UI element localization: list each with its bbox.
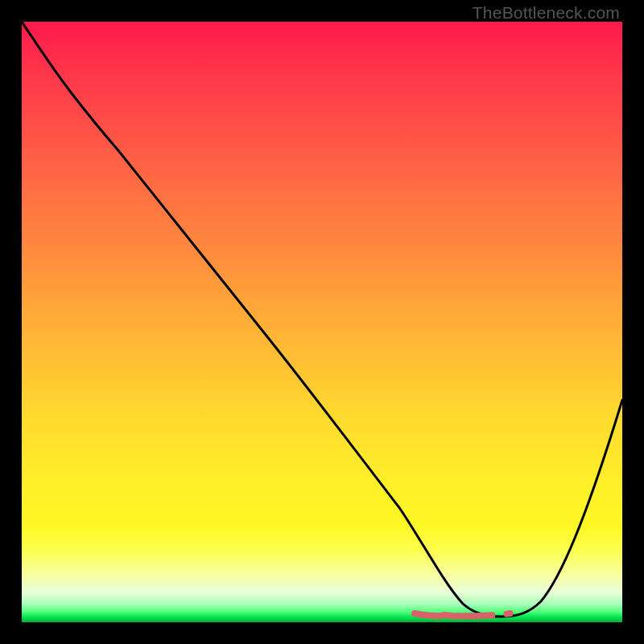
heatmap-gradient-background [22, 22, 622, 622]
watermark-text: TheBottleneck.com [473, 3, 620, 23]
plot-area [22, 22, 622, 622]
